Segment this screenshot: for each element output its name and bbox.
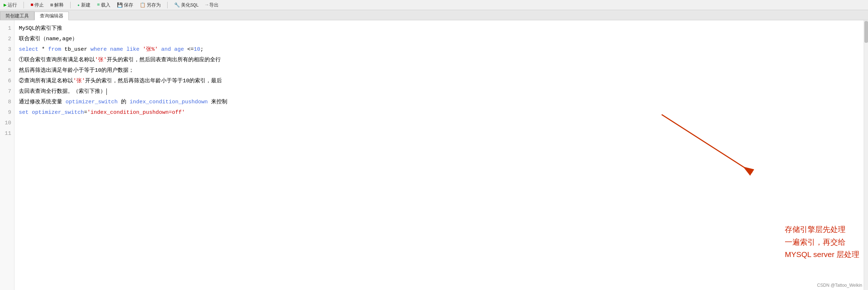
stop-label: 停止: [34, 2, 44, 8]
new-label: 新建: [81, 2, 90, 8]
save-label: 保存: [124, 2, 133, 8]
code-line-7: 去回表查询全行数据。（索引下推）: [19, 86, 859, 97]
export-button[interactable]: → 导出: [204, 1, 220, 9]
format-button[interactable]: 🔧 美化SQL: [173, 1, 200, 9]
explain-label: 解释: [54, 2, 64, 8]
save-icon: 💾: [117, 2, 123, 8]
save-button[interactable]: 💾 保存: [115, 1, 135, 9]
new-icon: ✦: [77, 2, 80, 8]
line-num-6: 6: [0, 76, 11, 86]
explain-button[interactable]: ⊞ 解释: [49, 1, 65, 9]
editor-area: 1 2 3 4 5 6 7 8 9 10 11 MySQL的索引下推 联合索引（…: [0, 20, 868, 290]
saveas-icon: 📋: [140, 2, 146, 8]
saveas-label: 另存为: [147, 2, 161, 8]
export-icon: →: [205, 2, 208, 8]
annotation-line2: 一遍索引，再交给: [785, 236, 859, 249]
code-line-5: 然后再筛选出满足年龄小于等于10的用户数据；: [19, 65, 859, 76]
code-line-8: 通过修改系统变量 optimizer_switch 的 index_condit…: [19, 97, 859, 107]
line-num-3: 3: [0, 44, 11, 55]
line-num-10: 10: [0, 118, 11, 128]
watermark: CSDN @Tattoo_Welkin: [817, 283, 862, 288]
vertical-scrollbar[interactable]: [864, 20, 868, 290]
format-label: 美化SQL: [181, 2, 199, 8]
annotation-text: 存储引擎层先处理 一遍索引，再交给 MYSQL server 层处理: [785, 223, 859, 261]
export-label: 导出: [209, 2, 219, 8]
code-line-1: MySQL的索引下推: [19, 23, 859, 34]
line-num-11: 11: [0, 128, 11, 139]
toolbar: ▶ 运行 ■ 停止 ⊞ 解释 ✦ 新建 ≡ 载入 💾 保存 📋 另存为 🔧 美化…: [0, 0, 868, 10]
annotation-arrow-svg: [651, 107, 767, 187]
saveas-button[interactable]: 📋 另存为: [138, 1, 162, 9]
line-num-4: 4: [0, 55, 11, 65]
load-button[interactable]: ≡ 载入: [96, 1, 112, 9]
code-line-6: ②查询所有满足名称以 '张' 开头的索引，然后再筛选出年龄小于等于10的索引，最…: [19, 76, 859, 86]
annotation-line3: MYSQL server 层处理: [785, 248, 859, 261]
tab-query-editor[interactable]: 查询编辑器: [34, 12, 69, 20]
tab-create-tool[interactable]: 简创建工具: [0, 11, 34, 20]
text-cursor: [106, 88, 107, 95]
line-num-9: 9: [0, 107, 11, 118]
run-label: 运行: [8, 2, 17, 8]
scrollbar-thumb[interactable]: [864, 21, 868, 43]
load-label: 载入: [101, 2, 110, 8]
format-icon: 🔧: [174, 2, 180, 8]
line-num-5: 5: [0, 65, 11, 76]
explain-icon: ⊞: [50, 2, 53, 8]
code-line-2: 联合索引（name,age）: [19, 34, 859, 44]
toolbar-divider-2: [70, 2, 71, 8]
svg-line-1: [662, 115, 752, 173]
code-line-3: select * from tb_user where name like '张…: [19, 44, 859, 55]
line-num-7: 7: [0, 86, 11, 97]
annotation-line1: 存储引擎层先处理: [785, 223, 859, 236]
load-icon: ≡: [97, 2, 100, 8]
line-num-1: 1: [0, 23, 11, 34]
toolbar-divider-1: [24, 2, 24, 8]
line-num-2: 2: [0, 34, 11, 44]
run-icon: ▶: [4, 2, 7, 8]
line-num-8: 8: [0, 97, 11, 107]
stop-button[interactable]: ■ 停止: [29, 1, 45, 9]
code-line-4: ①联合索引查询所有满足名称以 '张' 开头的索引，然后回表查询出所有的相应的全行: [19, 55, 859, 65]
tab-bar: 简创建工具 查询编辑器: [0, 10, 868, 20]
new-button[interactable]: ✦ 新建: [76, 1, 92, 9]
line-numbers: 1 2 3 4 5 6 7 8 9 10 11: [0, 20, 14, 290]
toolbar-divider-3: [167, 2, 168, 8]
stop-icon: ■: [30, 2, 33, 8]
run-button[interactable]: ▶ 运行: [2, 1, 18, 9]
